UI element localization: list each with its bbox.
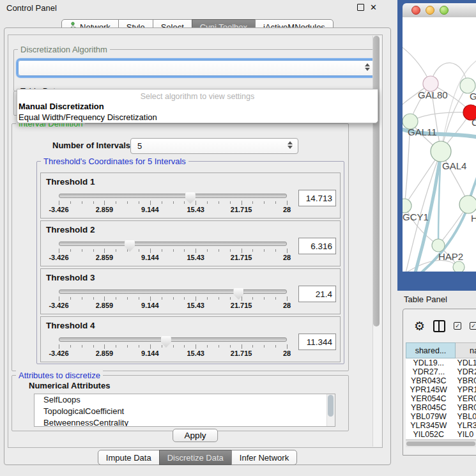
list-item[interactable]: TopologicalCoefficient [35, 406, 335, 417]
checkbox-icon[interactable]: ✓ [470, 322, 476, 330]
column-header-shared-name[interactable]: shared... [406, 342, 456, 358]
algorithm-combobox[interactable] [18, 60, 376, 76]
list-item[interactable]: BetweennessCentrality [35, 417, 335, 427]
cell-name[interactable]: YDL1 [452, 358, 476, 367]
network-canvas[interactable]: GAL80 GA C GAL11 GAL4 GCY1 HA HAP2 [403, 17, 476, 272]
menu-item-equal-width-frequency[interactable]: Equal Width/Frequency Discretization [17, 112, 378, 123]
table-row[interactable]: YDL19...YDL1 [406, 358, 476, 367]
numerical-attributes-list[interactable]: SelfLoops TopologicalCoefficient Between… [34, 394, 335, 427]
close-icon[interactable]: ✕ [370, 4, 377, 11]
tab-discretize-data[interactable]: Discretize Data [159, 450, 232, 465]
cell-shared-name[interactable]: YDL19... [406, 358, 452, 367]
node-gal4[interactable] [431, 141, 451, 162]
cell-shared-name[interactable]: YPR145W [406, 385, 452, 394]
list-scrollbar[interactable] [326, 394, 335, 426]
tick-mark [275, 345, 276, 348]
threshold-1-value-field[interactable]: 14.713 [298, 190, 336, 206]
cell-name[interactable]: YIL0 [452, 430, 476, 439]
scrollbar-thumb[interactable] [373, 36, 380, 326]
tick-mark [116, 201, 116, 204]
tick-mark [230, 297, 231, 300]
tick-mark [230, 345, 231, 348]
cell-shared-name[interactable]: YLR345W [406, 421, 452, 430]
gear-icon[interactable]: ⚙ [414, 320, 425, 332]
cell-name[interactable]: YER0 [452, 394, 476, 403]
tick-mark [242, 344, 242, 349]
column-header-name[interactable]: na [456, 342, 476, 358]
cell-name[interactable]: YPR1 [452, 385, 476, 394]
threshold-1-slider[interactable] [59, 194, 287, 198]
node-label: HA [471, 213, 476, 224]
cell-shared-name[interactable]: YDR27... [406, 367, 452, 376]
tick-mark [252, 345, 253, 348]
number-of-intervals-combobox[interactable]: 5 [130, 138, 298, 154]
tick-mark [116, 297, 116, 300]
cell-name[interactable]: YBR0 [452, 403, 476, 412]
attributes-group: Attributes to discretize Numerical Attri… [12, 375, 349, 431]
cell-shared-name[interactable]: YBR045C [406, 403, 452, 412]
tick-mark [173, 201, 174, 204]
list-item[interactable]: SelfLoops [35, 394, 335, 406]
network-window-titlebar[interactable] [403, 3, 476, 18]
minimize-traffic-light-icon[interactable] [426, 6, 434, 15]
table-horizontal-scrollbar[interactable] [406, 440, 476, 447]
algorithm-dropdown-popup: Select algorithm to view settings Manual… [17, 89, 378, 123]
threshold-2-slider[interactable] [59, 242, 287, 246]
tick-mark [184, 201, 185, 204]
tick-mark [162, 201, 162, 204]
tab-infer-network[interactable]: Infer Network [231, 450, 297, 465]
cell-shared-name[interactable]: YIL052C [406, 430, 452, 439]
columns-icon[interactable] [433, 320, 445, 332]
cell-name[interactable]: YDR2 [452, 367, 476, 376]
tick-label: 21.715 [231, 302, 252, 309]
cell-name[interactable]: YBR0 [452, 376, 476, 385]
tick-mark [127, 297, 128, 300]
table-row[interactable]: YBR045CYBR0 [406, 403, 476, 412]
tick-mark [104, 249, 105, 253]
checkbox-icon[interactable]: ✓ [454, 322, 461, 330]
tick-mark [207, 297, 208, 300]
table-row[interactable]: YIL052CYIL0 [406, 430, 476, 439]
tick-mark [207, 249, 208, 252]
slider-tick-labels: -3.4262.8599.14415.4321.71528 [59, 254, 287, 262]
number-of-intervals-label: Number of Intervals [52, 141, 130, 150]
table-row[interactable]: YBR043CYBR0 [406, 376, 476, 385]
threshold-4-value-field[interactable]: 11.344 [298, 334, 336, 350]
scrollbar-thumb[interactable] [406, 441, 475, 446]
node-label: GAL80 [418, 89, 448, 100]
threshold-2-value-field[interactable]: 6.316 [298, 238, 336, 254]
table-row[interactable]: YBL079WYBL0 [406, 412, 476, 421]
threshold-4-slider[interactable] [59, 337, 287, 342]
node-bottom[interactable] [453, 261, 464, 272]
node-hap2[interactable] [432, 239, 445, 252]
cell-shared-name[interactable]: YER054C [406, 394, 452, 403]
cell-shared-name[interactable]: YBL079W [406, 412, 452, 421]
tick-mark [252, 201, 253, 204]
tick-mark [150, 344, 151, 349]
table-row[interactable]: YER054CYER0 [406, 394, 476, 403]
table-row[interactable]: YPR145WYPR1 [406, 385, 476, 394]
cell-name[interactable]: YLR3 [452, 421, 476, 430]
node-gcy1[interactable] [403, 199, 411, 213]
control-panel-title: Control Panel [6, 3, 57, 13]
tick-mark [275, 297, 276, 300]
menu-item-manual-discretization[interactable]: Manual Discretization [17, 101, 378, 112]
close-traffic-light-icon[interactable] [411, 6, 420, 15]
threshold-3-value-field[interactable]: 21.4 [298, 286, 336, 302]
tab-impute-data[interactable]: Impute Data [98, 450, 160, 465]
tick-mark [82, 249, 82, 252]
slider-ticks [59, 344, 287, 349]
tick-label: 2.859 [96, 206, 114, 213]
threshold-3-slider[interactable] [59, 289, 287, 294]
zoom-traffic-light-icon[interactable] [440, 6, 449, 15]
node-h[interactable] [459, 196, 476, 213]
tick-mark [196, 344, 196, 349]
cell-name[interactable]: YBL0 [452, 412, 476, 421]
apply-button[interactable]: Apply [173, 429, 219, 442]
table-row[interactable]: YLR345WYLR3 [406, 421, 476, 430]
table-row[interactable]: YDR27...YDR2 [406, 367, 476, 376]
float-window-icon[interactable] [357, 4, 364, 11]
cell-shared-name[interactable]: YBR043C [406, 376, 452, 385]
tick-mark [230, 201, 231, 204]
bottom-tab-bar: Impute Data Discretize Data Infer Networ… [0, 450, 395, 465]
